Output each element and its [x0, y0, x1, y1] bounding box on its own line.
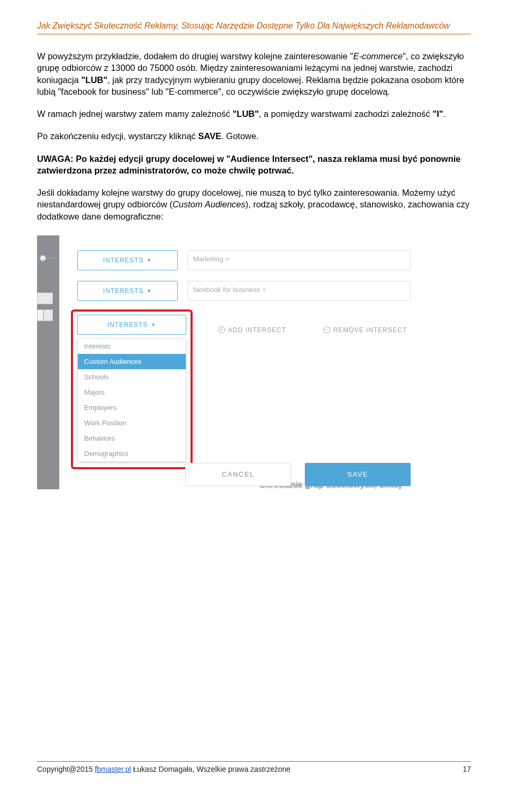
intersect-row-2: INTERESTS ▼ facebook for business×: [59, 276, 429, 306]
dropdown-option-custom-audiences[interactable]: Custom Audiences: [78, 354, 186, 369]
pill-label: INTERESTS: [103, 257, 143, 264]
dropdown-option-interests[interactable]: Interests: [78, 339, 186, 354]
paragraph-1: W powyższym przykładzie, dodałem do drug…: [37, 50, 471, 97]
footer-copyright: Copyright@2015 fbmaster.pl Łukasz Domaga…: [37, 765, 291, 773]
bg-field-stub: [37, 293, 53, 304]
screenshot-embed: INTERESTS ▼ Marketing× INTERESTS ▼ faceb…: [37, 235, 429, 489]
page-footer: Copyright@2015 fbmaster.pl Łukasz Domaga…: [37, 761, 471, 773]
paragraph-3: Po zakończeniu edycji, wystarczy kliknąć…: [37, 130, 471, 142]
paragraph-2: W ramach jednej warstwy zatem mamy zależ…: [37, 108, 471, 120]
interests-dropdown-button[interactable]: INTERESTS ▼: [77, 281, 178, 301]
text-bold: "I": [432, 109, 443, 118]
graph-line: [47, 258, 59, 259]
cancel-button[interactable]: CANCEL: [185, 463, 291, 486]
intersect-action-row: + ADD INTERSECT − REMOVE INTERSECT: [218, 326, 407, 334]
close-icon[interactable]: ×: [262, 286, 266, 294]
highlighted-dropdown-area: INTERESTS ▼ Interests Custom Audiences S…: [71, 309, 193, 469]
category-dropdown: Interests Custom Audiences Schools Major…: [77, 338, 186, 462]
text: , a pomiędzy warstwami zachodzi zależnoś…: [259, 109, 432, 118]
tag-text: facebook for business: [193, 286, 260, 294]
remove-intersect-button[interactable]: − REMOVE INTERSECT: [323, 326, 407, 334]
interests-dropdown-button[interactable]: INTERESTS ▼: [77, 250, 178, 270]
bg-field-stub: [43, 309, 53, 321]
text-italic: E-commerce: [353, 51, 403, 61]
chevron-down-icon: ▼: [151, 322, 156, 327]
dropdown-option-behaviors[interactable]: Behaviors: [78, 431, 186, 446]
intersect-row-1: INTERESTS ▼ Marketing×: [59, 245, 429, 276]
button-label: REMOVE INTERSECT: [333, 326, 407, 334]
text: . Gotowe.: [221, 131, 259, 141]
text: Łukasz Domagała, Wszelkie prawa zastrzeż…: [131, 765, 291, 773]
body-text: W powyższym przykładzie, dodałem do drug…: [37, 50, 471, 222]
text-bold: "LUB": [233, 109, 259, 118]
intersect-panel: INTERESTS ▼ Marketing× INTERESTS ▼ faceb…: [59, 235, 429, 489]
text-bold: "LUB": [81, 75, 107, 85]
dropdown-option-work-position[interactable]: Work Position: [78, 415, 186, 431]
footer-link[interactable]: fbmaster.pl: [95, 765, 131, 773]
footer-button-row: CANCEL SAVE: [59, 463, 429, 486]
dropdown-option-majors[interactable]: Majors: [78, 385, 186, 400]
tag-input[interactable]: facebook for business×: [187, 281, 411, 301]
paragraph-5: Jeśli dokładamy kolejne warstwy do grupy…: [37, 187, 471, 222]
paragraph-4-warning: UWAGA: Po każdej edycji grupy docelowej …: [37, 153, 471, 177]
bg-field-stub: [37, 309, 43, 321]
text: W ramach jednej warstwy zatem mamy zależ…: [37, 109, 233, 118]
plus-icon: +: [218, 326, 225, 333]
chevron-down-icon: ▼: [147, 258, 152, 263]
text: .: [443, 109, 446, 118]
page-number: 17: [462, 765, 471, 773]
save-button[interactable]: SAVE: [305, 463, 411, 486]
text: Po zakończeniu edycji, wystarczy kliknąć: [37, 131, 198, 141]
dropdown-option-schools[interactable]: Schools: [78, 369, 186, 385]
close-icon[interactable]: ×: [225, 255, 230, 263]
add-intersect-button[interactable]: + ADD INTERSECT: [218, 326, 286, 334]
text: Copyright@2015: [37, 765, 95, 773]
tag-input[interactable]: Marketing×: [187, 250, 411, 270]
dropdown-option-employers[interactable]: Employers: [78, 400, 186, 415]
dropdown-option-demographics[interactable]: Demographics: [78, 446, 186, 461]
pill-label: INTERESTS: [103, 287, 143, 295]
minus-icon: −: [323, 326, 330, 333]
button-label: ADD INTERSECT: [228, 326, 286, 334]
text-italic: Custom Audiences: [173, 199, 246, 209]
tag-text: Marketing: [193, 255, 223, 263]
interests-dropdown-button[interactable]: INTERESTS ▼: [77, 315, 186, 335]
pill-label: INTERESTS: [107, 321, 148, 329]
chevron-down-icon: ▼: [147, 288, 152, 294]
graph-node-icon: [39, 254, 47, 262]
text-bold: SAVE: [198, 131, 221, 141]
text: W powyższym przykładzie, dodałem do drug…: [37, 51, 353, 61]
page-header: Jak Zwiększyć Skuteczność Reklamy, Stosu…: [37, 21, 471, 34]
